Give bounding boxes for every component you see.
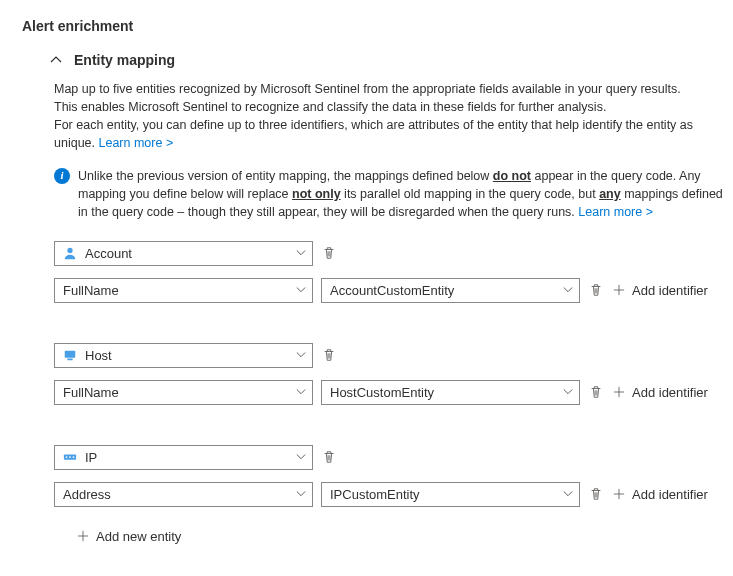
plus-icon (612, 283, 626, 297)
value-label: IPCustomEntity (330, 487, 420, 502)
add-identifier-button[interactable]: Add identifier (612, 385, 708, 400)
entity-type-dropdown[interactable]: Account (54, 241, 313, 266)
plus-icon (76, 529, 90, 543)
entity-block: IP Address IPCustomEntity Add ide (54, 445, 725, 507)
value-dropdown[interactable]: AccountCustomEntity (321, 278, 580, 303)
identifier-label: FullName (63, 283, 119, 298)
section-header-entity-mapping[interactable]: Entity mapping (50, 52, 725, 68)
svg-rect-1 (65, 351, 76, 358)
chevron-down-icon (563, 387, 573, 397)
svg-rect-2 (67, 359, 72, 361)
info-learn-more-link[interactable]: Learn more > (578, 205, 653, 219)
plus-icon (612, 385, 626, 399)
entity-type-label: Host (85, 348, 112, 363)
delete-entity-button[interactable] (321, 449, 337, 465)
svg-point-5 (69, 457, 71, 459)
chevron-down-icon (296, 387, 306, 397)
plus-icon (612, 487, 626, 501)
chevron-down-icon (563, 489, 573, 499)
svg-point-6 (73, 457, 75, 459)
account-icon (63, 246, 77, 260)
info-box: i Unlike the previous version of entity … (54, 167, 725, 221)
value-label: HostCustomEntity (330, 385, 434, 400)
entity-block: Account FullName AccountCustomEntity (54, 241, 725, 303)
value-dropdown[interactable]: IPCustomEntity (321, 482, 580, 507)
delete-identifier-button[interactable] (588, 282, 604, 298)
identifier-dropdown[interactable]: FullName (54, 278, 313, 303)
chevron-down-icon (296, 452, 306, 462)
svg-point-0 (67, 248, 72, 253)
svg-point-4 (66, 457, 68, 459)
add-new-entity-button[interactable]: Add new entity (76, 529, 181, 544)
delete-entity-button[interactable] (321, 245, 337, 261)
identifier-dropdown[interactable]: FullName (54, 380, 313, 405)
delete-identifier-button[interactable] (588, 384, 604, 400)
chevron-down-icon (296, 248, 306, 258)
info-icon: i (54, 168, 70, 184)
identifier-label: Address (63, 487, 111, 502)
value-label: AccountCustomEntity (330, 283, 454, 298)
page-title: Alert enrichment (22, 18, 725, 34)
entity-type-dropdown[interactable]: IP (54, 445, 313, 470)
description-text: Map up to five entities recognized by Mi… (54, 80, 725, 153)
add-identifier-button[interactable]: Add identifier (612, 487, 708, 502)
entity-type-label: Account (85, 246, 132, 261)
value-dropdown[interactable]: HostCustomEntity (321, 380, 580, 405)
chevron-down-icon (563, 285, 573, 295)
entity-type-dropdown[interactable]: Host (54, 343, 313, 368)
ip-icon (63, 450, 77, 464)
learn-more-link[interactable]: Learn more > (99, 136, 174, 150)
identifier-label: FullName (63, 385, 119, 400)
identifier-dropdown[interactable]: Address (54, 482, 313, 507)
entity-type-label: IP (85, 450, 97, 465)
delete-entity-button[interactable] (321, 347, 337, 363)
section-title: Entity mapping (74, 52, 175, 68)
add-identifier-button[interactable]: Add identifier (612, 283, 708, 298)
entity-block: Host FullName HostCustomEntity Ad (54, 343, 725, 405)
chevron-up-icon (50, 54, 62, 66)
chevron-down-icon (296, 489, 306, 499)
delete-identifier-button[interactable] (588, 486, 604, 502)
chevron-down-icon (296, 350, 306, 360)
chevron-down-icon (296, 285, 306, 295)
host-icon (63, 348, 77, 362)
